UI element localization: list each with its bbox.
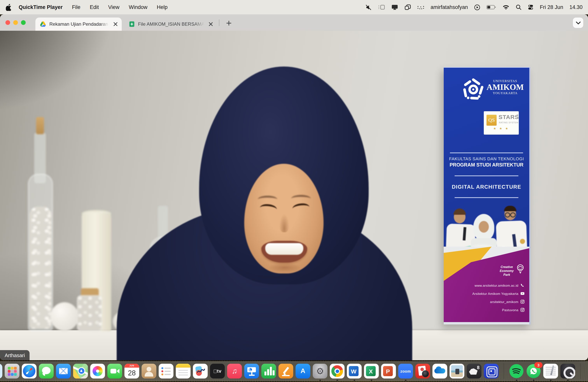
menu-edit[interactable]: Edit — [90, 4, 99, 10]
dock-pages[interactable] — [278, 364, 293, 379]
dock-maps[interactable] — [73, 364, 88, 379]
menu-bar-status: amirfatahsofyan Fri 28 Jun 14.30 — [365, 4, 583, 10]
tab-separator — [219, 20, 219, 26]
dock-finder[interactable] — [0, 364, 2, 379]
dock-app-store[interactable]: A — [295, 364, 310, 379]
dock-word[interactable]: W — [347, 364, 362, 379]
dock-chrome[interactable] — [330, 364, 345, 379]
tab-title: Rekaman Ujian Pendadaran P — [49, 21, 109, 27]
whatsapp-badge: 3 — [534, 362, 543, 368]
dock-quicktime-player[interactable] — [560, 364, 575, 379]
dock-launchpad[interactable] — [5, 364, 20, 379]
dock-safari[interactable] — [22, 364, 37, 379]
menu-help[interactable]: Help — [157, 4, 168, 10]
tab-rekaman-ujian[interactable]: Rekaman Ujian Pendadaran P — [35, 18, 122, 31]
dock-photos[interactable] — [90, 364, 105, 379]
dock-rhino-8[interactable]: 8 — [467, 364, 482, 379]
google-drive-icon — [40, 21, 46, 27]
dock-image-preview-app[interactable] — [450, 364, 464, 379]
stage-manager-icon[interactable] — [378, 4, 385, 10]
dock-spotify[interactable] — [509, 364, 524, 379]
dock-freeform[interactable] — [193, 364, 208, 379]
dock-mail[interactable] — [56, 364, 71, 379]
dock-facetime[interactable] — [107, 364, 122, 379]
dock-zoom[interactable]: zoom — [398, 364, 413, 379]
mute-icon[interactable] — [365, 4, 372, 10]
dock-contacts[interactable] — [142, 364, 156, 379]
wifi-icon[interactable] — [503, 4, 509, 10]
participant-name-text: Arthasari — [5, 352, 25, 358]
menu-bar-date[interactable]: Fri 28 Jun — [540, 4, 563, 10]
tab-search-chevron-button[interactable] — [573, 18, 583, 28]
menu-window[interactable]: Window — [129, 4, 147, 10]
browser-window: Rekaman Ujian Pendadaran P File AMIKOM_I… — [0, 14, 588, 360]
apple-menu-icon[interactable] — [6, 4, 12, 11]
tab-close-icon[interactable] — [207, 21, 214, 27]
dock-powerpoint[interactable]: P — [381, 364, 396, 379]
dock-numbers[interactable] — [261, 364, 276, 379]
tab-close-icon[interactable] — [112, 21, 119, 27]
dock-calendar[interactable]: JUN28 — [125, 364, 139, 379]
menu-bar-username[interactable]: amirfatahsofyan — [431, 4, 468, 10]
screen: QuickTime Player File Edit View Window H… — [0, 0, 588, 382]
nose — [279, 213, 289, 232]
chin-shadow — [268, 263, 301, 273]
dock-onedrive[interactable] — [432, 364, 447, 379]
dock-messages[interactable] — [39, 364, 54, 379]
teeth — [265, 243, 303, 255]
tab-title: File AMIKOM_ISIAN BERSAMA — [138, 21, 204, 27]
dock-system-settings[interactable]: ⚙ — [313, 364, 327, 379]
dock-music[interactable]: ♫ — [227, 364, 242, 379]
dock-excel[interactable]: X — [364, 364, 379, 379]
close-window-button[interactable] — [5, 20, 10, 25]
tab-strip: Rekaman Ujian Pendadaran P File AMIKOM_I… — [0, 14, 588, 31]
battery-icon[interactable] — [486, 4, 496, 10]
dock-keynote[interactable] — [244, 364, 259, 379]
video-call-frame: UNIVERSITAS AMIKOM YOGYAKARTA QS STARS ™… — [0, 31, 588, 360]
dock: JUN28 tv ♫ A ⚙ W X P zoom 8 — [0, 361, 588, 381]
new-tab-button[interactable] — [224, 18, 233, 28]
control-center-icon[interactable] — [528, 4, 534, 10]
menu-bar-time[interactable]: 14.30 — [569, 4, 583, 10]
app-menus: File Edit View Window Help — [72, 4, 168, 10]
screen-mirroring-icon[interactable] — [404, 4, 411, 10]
dock-divider — [580, 363, 581, 379]
minimize-window-button[interactable] — [13, 20, 18, 25]
dock-textedit[interactable] — [543, 364, 558, 379]
dock-trash[interactable] — [586, 364, 588, 379]
display-icon[interactable] — [391, 4, 398, 10]
tab-file-amikom[interactable]: File AMIKOM_ISIAN BERSAMA — [125, 18, 217, 31]
participant-person — [0, 31, 588, 360]
participant-name-label: Arthasari — [0, 350, 30, 360]
dock-concentric-squares-app[interactable] — [484, 364, 499, 379]
menu-file[interactable]: File — [72, 4, 81, 10]
spotlight-search-icon[interactable] — [516, 4, 522, 10]
eyebrow — [258, 196, 277, 203]
dock-whatsapp[interactable]: 3 — [526, 364, 541, 379]
menu-view[interactable]: View — [108, 4, 119, 10]
input-dots-icon[interactable] — [417, 4, 424, 10]
google-sheets-icon — [129, 21, 135, 27]
dock-reminders[interactable] — [159, 364, 173, 379]
eyebrow — [291, 195, 311, 202]
play-circle-icon[interactable] — [474, 4, 480, 10]
zoom-window-button[interactable] — [21, 20, 26, 25]
menu-bar: QuickTime Player File Edit View Window H… — [0, 0, 588, 14]
dock-notes[interactable] — [176, 364, 190, 379]
dock-divider — [504, 363, 504, 379]
active-app-name[interactable]: QuickTime Player — [19, 4, 63, 10]
dock-camera-red-app[interactable] — [415, 364, 430, 379]
dock-apple-tv[interactable]: tv — [210, 364, 225, 379]
